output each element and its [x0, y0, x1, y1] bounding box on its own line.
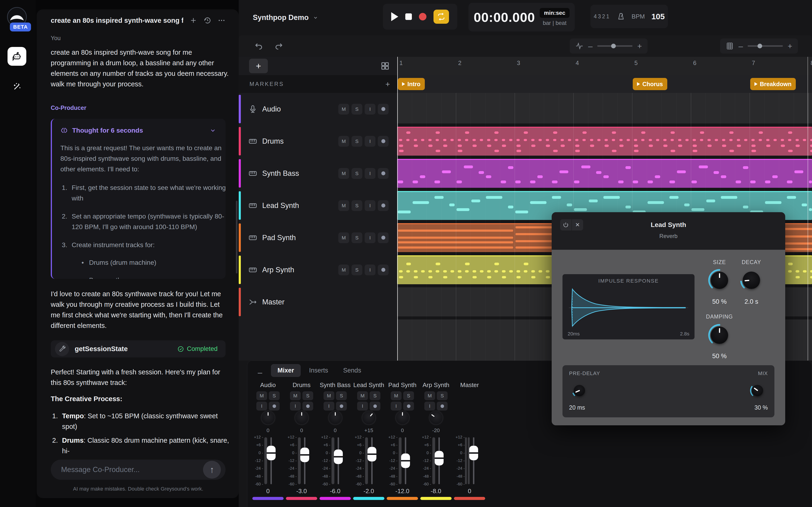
zoom-out-button[interactable]: –: [588, 42, 593, 51]
metronome-icon[interactable]: [617, 12, 625, 20]
mixer-tab-inserts[interactable]: Inserts: [303, 364, 335, 377]
input-button[interactable]: I: [365, 104, 375, 115]
volume-fader[interactable]: +12+60-12-24-48-60: [352, 437, 386, 484]
volume-fader[interactable]: +12+60-12-24-48-60: [285, 437, 318, 484]
track-row-drums[interactable]: DrumsMSI: [239, 125, 397, 157]
input-button[interactable]: I: [391, 402, 402, 410]
marker-breakdown[interactable]: Breakdown: [750, 78, 796, 90]
mute-button[interactable]: M: [338, 136, 349, 147]
add-marker-button[interactable]: +: [385, 79, 390, 89]
thought-box[interactable]: Thought for 6 seconds This is a great re…: [51, 119, 225, 279]
arm-record-button[interactable]: [437, 402, 448, 410]
mute-button[interactable]: M: [338, 104, 349, 115]
zoom-in-button[interactable]: +: [637, 42, 642, 51]
mix-knob[interactable]: [750, 383, 765, 398]
input-button[interactable]: I: [323, 402, 334, 410]
mute-button[interactable]: M: [338, 232, 349, 243]
solo-button[interactable]: S: [269, 391, 280, 400]
time-mode-minsec[interactable]: min:sec: [540, 8, 569, 18]
grid-zoom-slider[interactable]: [748, 45, 783, 47]
arm-record-button[interactable]: [378, 265, 389, 275]
pan-knob[interactable]: [396, 411, 409, 424]
input-button[interactable]: I: [424, 402, 435, 410]
time-display[interactable]: 00:00.000 min:sec bar | beat: [468, 3, 575, 32]
solo-button[interactable]: S: [352, 168, 362, 179]
solo-button[interactable]: S: [403, 391, 414, 400]
time-mode-barbeat[interactable]: bar | beat: [543, 20, 566, 26]
pan-knob[interactable]: [362, 411, 375, 424]
bpm-value[interactable]: 105: [651, 12, 665, 21]
plugin-window[interactable]: ✕ Lead Synth Reverb IMPULSE RESPONSE 20m…: [552, 212, 785, 425]
pan-knob[interactable]: [262, 411, 274, 424]
play-button[interactable]: [391, 12, 398, 21]
arm-record-button[interactable]: [378, 168, 389, 179]
arm-record-button[interactable]: [336, 402, 347, 410]
mute-button[interactable]: M: [338, 265, 349, 275]
grid-zoom-out-button[interactable]: –: [739, 42, 743, 51]
chat-scrollbar[interactable]: [236, 201, 238, 274]
volume-fader[interactable]: +12+60-12-24-48-60: [318, 437, 352, 484]
new-chat-button[interactable]: [189, 16, 197, 24]
arm-record-button[interactable]: [269, 402, 280, 410]
bar-ruler[interactable]: 12345678: [397, 57, 812, 75]
mute-button[interactable]: M: [391, 391, 402, 400]
track-row-pad-synth[interactable]: Pad SynthMSI: [239, 222, 397, 254]
arm-record-button[interactable]: [378, 136, 389, 147]
marker-lane[interactable]: IntroChorusBreakdown: [397, 75, 812, 93]
solo-button[interactable]: S: [352, 232, 362, 243]
mute-button[interactable]: M: [357, 391, 368, 400]
volume-fader[interactable]: +12+60-12-24-48-60: [386, 437, 419, 484]
project-selector[interactable]: Synthpop Demo: [253, 0, 319, 35]
marker-intro[interactable]: Intro: [398, 78, 425, 90]
solo-button[interactable]: S: [302, 391, 313, 400]
record-button[interactable]: [419, 13, 426, 20]
arm-record-button[interactable]: [302, 402, 313, 410]
track-view-toggle[interactable]: [380, 61, 390, 71]
pan-knob[interactable]: [430, 411, 443, 424]
solo-button[interactable]: S: [336, 391, 347, 400]
ai-tools-button[interactable]: [7, 77, 26, 96]
tool-call-card[interactable]: getSessionState Completed: [51, 340, 225, 358]
track-row-synth-bass[interactable]: Synth BassMSI: [239, 157, 397, 189]
arm-record-button[interactable]: [378, 232, 389, 243]
solo-button[interactable]: S: [352, 136, 362, 147]
grid-zoom-in-button[interactable]: +: [788, 42, 792, 51]
history-button[interactable]: [203, 16, 211, 24]
arm-record-button[interactable]: [403, 402, 414, 410]
volume-fader[interactable]: +12+60-12-24-48-60: [419, 437, 453, 484]
mute-button[interactable]: M: [323, 391, 334, 400]
add-track-button[interactable]: +: [249, 59, 268, 73]
count-in-value[interactable]: 4321: [594, 13, 610, 20]
timeline-zoom-slider[interactable]: [597, 45, 632, 47]
pan-knob[interactable]: [295, 411, 308, 424]
mixer-tab-sends[interactable]: Sends: [337, 364, 368, 377]
input-button[interactable]: I: [290, 402, 301, 410]
pan-knob[interactable]: [329, 411, 342, 424]
input-button[interactable]: I: [357, 402, 368, 410]
mute-button[interactable]: M: [256, 391, 267, 400]
mixer-minimize-button[interactable]: –: [258, 368, 262, 377]
track-row-audio[interactable]: AudioMSI: [239, 93, 397, 125]
mixer-tab-mixer[interactable]: Mixer: [271, 364, 301, 377]
solo-button[interactable]: S: [437, 391, 448, 400]
arm-record-button[interactable]: [369, 402, 380, 410]
loop-end-line[interactable]: [808, 57, 808, 360]
size-knob[interactable]: [708, 269, 731, 291]
mute-button[interactable]: M: [424, 391, 435, 400]
solo-button[interactable]: S: [352, 265, 362, 275]
solo-button[interactable]: S: [352, 104, 362, 115]
stop-button[interactable]: [405, 13, 412, 20]
mute-button[interactable]: M: [290, 391, 301, 400]
arm-record-button[interactable]: [378, 200, 389, 211]
marker-chorus[interactable]: Chorus: [633, 78, 667, 90]
track-row-lead-synth[interactable]: Lead SynthMSI: [239, 189, 397, 222]
decay-knob[interactable]: [740, 269, 763, 291]
track-row-master[interactable]: Master: [239, 286, 397, 318]
arm-record-button[interactable]: [378, 104, 389, 115]
mute-button[interactable]: M: [338, 200, 349, 211]
loop-button[interactable]: [434, 10, 449, 24]
input-button[interactable]: I: [365, 265, 375, 275]
redo-icon[interactable]: [274, 41, 283, 51]
volume-fader[interactable]: +12+60-12-24-48-60: [251, 437, 285, 484]
input-button[interactable]: I: [365, 200, 375, 211]
